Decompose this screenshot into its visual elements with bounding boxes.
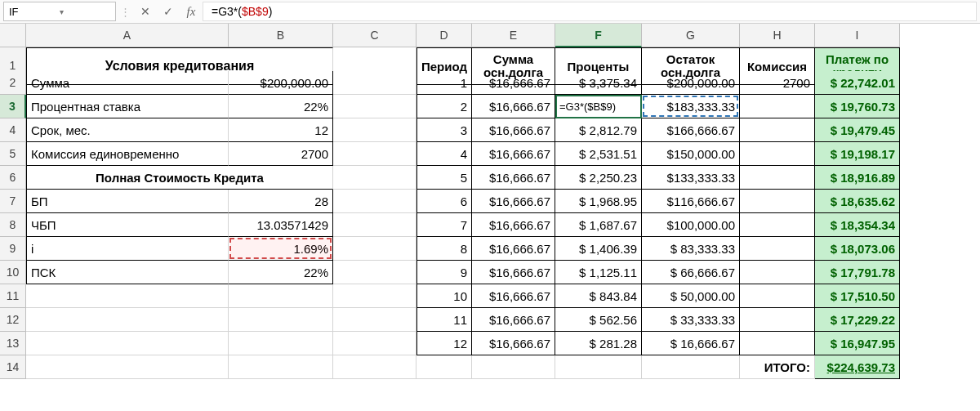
cell-E2[interactable]: $16,666.67 bbox=[472, 71, 555, 95]
cell-A12[interactable] bbox=[26, 308, 229, 332]
cell-G11[interactable]: $ 50,000.00 bbox=[642, 284, 740, 308]
col-header-B[interactable]: B bbox=[229, 24, 333, 47]
cell-A5[interactable]: Комиссия единовременно bbox=[26, 142, 229, 166]
cell-A9[interactable]: i bbox=[26, 237, 229, 261]
row-header-13[interactable]: 13 bbox=[0, 332, 26, 355]
cell-F11[interactable]: $ 843.84 bbox=[555, 284, 642, 308]
cell-G9[interactable]: $ 83,333.33 bbox=[642, 237, 740, 261]
cell-C1[interactable] bbox=[333, 47, 416, 83]
col-header-H[interactable]: H bbox=[740, 24, 815, 47]
col-header-G[interactable]: G bbox=[642, 24, 740, 47]
cell-C8[interactable] bbox=[333, 213, 416, 237]
cell-I12[interactable]: $ 17,229.22 bbox=[815, 308, 900, 332]
cell-I9[interactable]: $ 18,073.06 bbox=[815, 237, 900, 261]
cell-H9[interactable] bbox=[740, 237, 815, 261]
row-header-8[interactable]: 8 bbox=[0, 213, 26, 237]
cell-E11[interactable]: $16,666.67 bbox=[472, 284, 555, 308]
cell-C10[interactable] bbox=[333, 261, 416, 284]
cell-A14[interactable] bbox=[26, 355, 229, 379]
cell-C13[interactable] bbox=[333, 332, 416, 355]
cell-D10[interactable]: 9 bbox=[416, 261, 472, 284]
col-header-C[interactable]: C bbox=[333, 24, 416, 47]
cell-E5[interactable]: $16,666.67 bbox=[472, 142, 555, 166]
row-header-9[interactable]: 9 bbox=[0, 237, 26, 261]
cell-A2[interactable]: Сумма bbox=[26, 71, 229, 95]
row-header-2[interactable]: 2 bbox=[0, 71, 26, 95]
cell-B3[interactable]: 22% bbox=[229, 95, 333, 118]
col-header-D[interactable]: D bbox=[416, 24, 472, 47]
cell-G2[interactable]: $200,000.00 bbox=[642, 71, 740, 95]
cell-G12[interactable]: $ 33,333.33 bbox=[642, 308, 740, 332]
row-header-5[interactable]: 5 bbox=[0, 142, 26, 166]
cell-B12[interactable] bbox=[229, 308, 333, 332]
cell-E13[interactable]: $16,666.67 bbox=[472, 332, 555, 355]
cell-B10[interactable]: 22% bbox=[229, 261, 333, 284]
spreadsheet-grid[interactable]: A B C D E F G H I 1 Условия кредитования… bbox=[0, 24, 980, 379]
cell-I7[interactable]: $ 18,635.62 bbox=[815, 190, 900, 213]
cell-A13[interactable] bbox=[26, 332, 229, 355]
cell-F3-editing[interactable]: =G3*($B$9) bbox=[555, 95, 642, 118]
cell-F9[interactable]: $ 1,406.39 bbox=[555, 237, 642, 261]
cell-C6[interactable] bbox=[333, 166, 416, 190]
cell-G5[interactable]: $150,000.00 bbox=[642, 142, 740, 166]
cell-E6[interactable]: $16,666.67 bbox=[472, 166, 555, 190]
col-header-A[interactable]: A bbox=[26, 24, 229, 47]
cell-E8[interactable]: $16,666.67 bbox=[472, 213, 555, 237]
cell-I4[interactable]: $ 19,479.45 bbox=[815, 118, 900, 142]
name-box[interactable]: IF ▾ bbox=[3, 2, 116, 21]
cell-C3[interactable] bbox=[333, 95, 416, 118]
cell-B7[interactable]: 28 bbox=[229, 190, 333, 213]
row-header-4[interactable]: 4 bbox=[0, 118, 26, 142]
select-all-corner[interactable] bbox=[0, 24, 26, 47]
cell-H14-total-label[interactable]: ИТОГО: bbox=[740, 355, 815, 379]
cell-G7[interactable]: $116,666.67 bbox=[642, 190, 740, 213]
cell-I5[interactable]: $ 19,198.17 bbox=[815, 142, 900, 166]
cell-E9[interactable]: $16,666.67 bbox=[472, 237, 555, 261]
cell-A3[interactable]: Процентная ставка bbox=[26, 95, 229, 118]
cell-D2[interactable]: 1 bbox=[416, 71, 472, 95]
cell-B8[interactable]: 13.03571429 bbox=[229, 213, 333, 237]
cell-H5[interactable] bbox=[740, 142, 815, 166]
enter-button[interactable]: ✓ bbox=[157, 0, 180, 23]
cell-H11[interactable] bbox=[740, 284, 815, 308]
cell-F2[interactable]: $ 3,375.34 bbox=[555, 71, 642, 95]
cell-A7[interactable]: БП bbox=[26, 190, 229, 213]
cell-D6[interactable]: 5 bbox=[416, 166, 472, 190]
cell-F7[interactable]: $ 1,968.95 bbox=[555, 190, 642, 213]
cell-F14[interactable] bbox=[555, 355, 642, 379]
col-header-E[interactable]: E bbox=[472, 24, 555, 47]
cell-C4[interactable] bbox=[333, 118, 416, 142]
row-header-7[interactable]: 7 bbox=[0, 190, 26, 213]
cell-B2[interactable]: $200,000.00 bbox=[229, 71, 333, 95]
cell-I13[interactable]: $ 16,947.95 bbox=[815, 332, 900, 355]
cell-I11[interactable]: $ 17,510.50 bbox=[815, 284, 900, 308]
row-header-12[interactable]: 12 bbox=[0, 308, 26, 332]
cell-G10[interactable]: $ 66,666.67 bbox=[642, 261, 740, 284]
cell-E4[interactable]: $16,666.67 bbox=[472, 118, 555, 142]
cell-G8[interactable]: $100,000.00 bbox=[642, 213, 740, 237]
cell-C11[interactable] bbox=[333, 284, 416, 308]
row-header-10[interactable]: 10 bbox=[0, 261, 26, 284]
cell-D7[interactable]: 6 bbox=[416, 190, 472, 213]
cancel-button[interactable]: ✕ bbox=[134, 0, 157, 23]
cell-D14[interactable] bbox=[416, 355, 472, 379]
cell-C5[interactable] bbox=[333, 142, 416, 166]
cell-D13[interactable]: 12 bbox=[416, 332, 472, 355]
col-header-F[interactable]: F bbox=[555, 24, 642, 47]
cell-I8[interactable]: $ 18,354.34 bbox=[815, 213, 900, 237]
cell-F10[interactable]: $ 1,125.11 bbox=[555, 261, 642, 284]
cell-G14[interactable] bbox=[642, 355, 740, 379]
insert-function-button[interactable]: fx bbox=[180, 0, 203, 23]
cell-H7[interactable] bbox=[740, 190, 815, 213]
cell-B13[interactable] bbox=[229, 332, 333, 355]
cell-F6[interactable]: $ 2,250.23 bbox=[555, 166, 642, 190]
cell-D5[interactable]: 4 bbox=[416, 142, 472, 166]
cell-F12[interactable]: $ 562.56 bbox=[555, 308, 642, 332]
col-header-I[interactable]: I bbox=[815, 24, 900, 47]
cell-H12[interactable] bbox=[740, 308, 815, 332]
row-header-6[interactable]: 6 bbox=[0, 166, 26, 190]
cell-E3[interactable]: $16,666.67 bbox=[472, 95, 555, 118]
row-header-11[interactable]: 11 bbox=[0, 284, 26, 308]
cell-D9[interactable]: 8 bbox=[416, 237, 472, 261]
cell-A10[interactable]: ПСК bbox=[26, 261, 229, 284]
